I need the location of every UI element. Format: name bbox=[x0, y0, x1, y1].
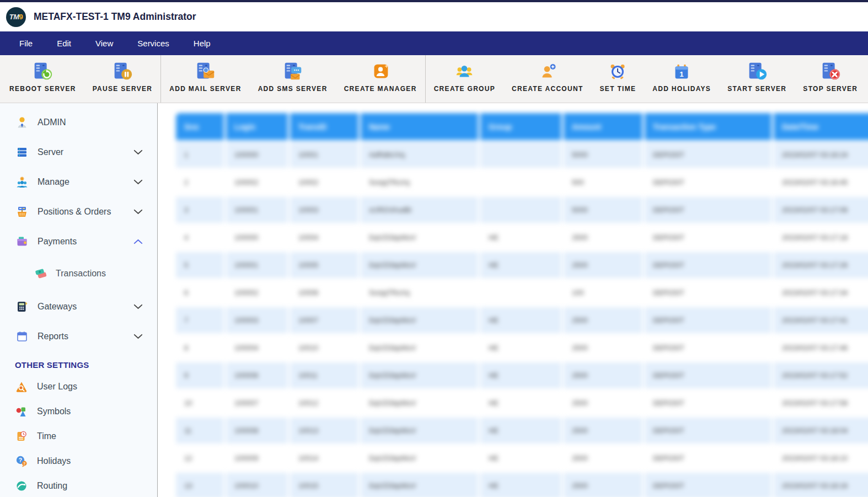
menubar: FileEditViewServicesHelp bbox=[0, 31, 868, 55]
sidebar-item-routing[interactable]: Routing bbox=[0, 473, 157, 497]
sidebar-item-admin[interactable]: ADMIN bbox=[0, 108, 157, 137]
table-row[interactable]: 910000610011DqVZGbpWuVHE2500DEPOSIT2023/… bbox=[176, 362, 868, 388]
symbols-icon bbox=[15, 405, 28, 418]
table-row[interactable]: 610000210006SonjqTRuVq100DEPOSIT2023/02/… bbox=[176, 280, 868, 306]
table-row[interactable]: 510000110005DqVZGbpWuVHE2500DEPOSIT2023/… bbox=[176, 252, 868, 278]
table-row[interactable]: 110000010001AdRdbUVq5000DEPOSIT2023/02/0… bbox=[176, 142, 868, 168]
app-title: METAFX-TEST-1 TM9 Administrator bbox=[34, 11, 196, 23]
create-group-button[interactable]: CREATE GROUP bbox=[426, 55, 503, 103]
toolbar-label: CREATE ACCOUNT bbox=[512, 85, 583, 93]
chevron-down-icon bbox=[133, 179, 143, 185]
table-cell: DqVZGbpWuV bbox=[361, 390, 478, 416]
table-cell: HE bbox=[480, 307, 561, 333]
table-cell: 2023/02/07 03:17:41 bbox=[774, 307, 868, 333]
add-sms-server-button[interactable]: ADD SMS SERVER bbox=[250, 55, 336, 103]
table-row[interactable]: 210000210002SonjqTRuVq500DEPOSIT2023/02/… bbox=[176, 169, 868, 195]
table-row[interactable]: 710000310007DqVZGbpWuVHE2500DEPOSIT2023/… bbox=[176, 307, 868, 333]
table-cell: HE bbox=[480, 252, 561, 278]
column-header-amount[interactable]: Amount bbox=[564, 113, 642, 140]
create-account-icon bbox=[536, 60, 559, 83]
add-sms-server-icon bbox=[281, 60, 304, 83]
table-cell bbox=[480, 280, 561, 306]
toolbar-label: ADD HOLIDAYS bbox=[652, 85, 711, 93]
sidebar-item-positions-orders[interactable]: Positions & Orders bbox=[0, 197, 157, 227]
table-cell: 2500 bbox=[564, 307, 642, 333]
table-cell: 4 bbox=[176, 225, 224, 250]
table-cell: 2500 bbox=[564, 362, 642, 388]
sidebar-item-holidays[interactable]: ??Holidays bbox=[0, 448, 157, 473]
table-cell: 10013 bbox=[290, 418, 358, 443]
reboot-server-button[interactable]: REBOOT SERVER bbox=[1, 55, 84, 103]
chevron-down-icon bbox=[133, 334, 143, 339]
sidebar-item-symbols[interactable]: Symbols bbox=[0, 399, 157, 424]
column-header-name[interactable]: Name bbox=[361, 113, 478, 140]
table-cell: DqVZGbpWuV bbox=[361, 445, 478, 471]
pause-server-button[interactable]: PAUSE SERVER bbox=[84, 55, 161, 103]
table-cell bbox=[480, 197, 561, 223]
table-cell: 7 bbox=[176, 307, 224, 333]
sidebar-item-manage[interactable]: Manage bbox=[0, 167, 157, 197]
column-header-login[interactable]: Login bbox=[226, 113, 288, 140]
menu-view[interactable]: View bbox=[83, 31, 125, 55]
table-row[interactable]: 810000410010DqVZGbpWuVHE2500DEPOSIT2023/… bbox=[176, 335, 868, 361]
column-header-sno[interactable]: Sno bbox=[176, 113, 224, 140]
svg-text:?: ? bbox=[19, 456, 22, 463]
table-cell: 100002 bbox=[226, 169, 288, 195]
sidebar-item-time[interactable]: Time bbox=[0, 424, 157, 448]
menu-services[interactable]: Services bbox=[125, 31, 181, 55]
table-cell: 10006 bbox=[290, 280, 358, 306]
create-manager-button[interactable]: CREATE MANAGER bbox=[336, 55, 425, 103]
table-cell: 12 bbox=[176, 445, 224, 471]
app-logo: TM9 bbox=[6, 7, 26, 27]
table-row[interactable]: 1310001010015DqVZGbpWuVHE2500DEPOSIT2023… bbox=[176, 473, 868, 497]
table-cell: 2023/02/07 03:18:04 bbox=[774, 418, 868, 443]
table-cell: DqVZGbpWuV bbox=[361, 225, 478, 250]
table-cell: DqVZGbpWuV bbox=[361, 473, 478, 497]
table-cell: 2023/02/07 03:17:34 bbox=[774, 280, 868, 306]
column-header-group[interactable]: Group bbox=[480, 113, 561, 140]
table-cell: DEPOSIT bbox=[645, 252, 771, 278]
start-server-button[interactable]: START SERVER bbox=[719, 55, 795, 103]
admin-icon bbox=[15, 116, 29, 129]
transactions-table-container: SnoLoginTransIDNameGroupAmountTransactio… bbox=[176, 111, 868, 497]
table-row[interactable]: 310000110003xURGVAsdBi5000DEPOSIT2023/02… bbox=[176, 197, 868, 223]
table-cell: 8 bbox=[176, 335, 224, 361]
menu-edit[interactable]: Edit bbox=[45, 31, 83, 55]
sidebar-item-reports[interactable]: Reports bbox=[0, 322, 157, 351]
menu-help[interactable]: Help bbox=[181, 31, 223, 55]
table-row[interactable]: 1210000910014DqVZGbpWuVHE2500DEPOSIT2023… bbox=[176, 445, 868, 471]
add-holidays-button[interactable]: 1ADD HOLIDAYS bbox=[644, 55, 719, 103]
table-row[interactable]: 1110000810013DqVZGbpWuVHE2500DEPOSIT2023… bbox=[176, 418, 868, 443]
column-header-transid[interactable]: TransID bbox=[290, 113, 358, 140]
set-time-button[interactable]: SET TIME bbox=[592, 55, 645, 103]
sidebar-item-server[interactable]: Server bbox=[0, 137, 157, 167]
sidebar-item-user-logs[interactable]: User Logs bbox=[0, 374, 157, 399]
holidays-icon: ?? bbox=[15, 455, 28, 467]
sidebar: ADMINServerManagePositions & OrdersPayme… bbox=[0, 103, 158, 497]
sidebar-item-label: Transactions bbox=[56, 269, 143, 279]
create-account-button[interactable]: CREATE ACCOUNT bbox=[503, 55, 592, 103]
add-mail-server-button[interactable]: ADD MAIL SERVER bbox=[161, 55, 249, 103]
table-cell: DEPOSIT bbox=[645, 390, 771, 416]
table-row[interactable]: 1010000710012DqVZGbpWuVHE2500DEPOSIT2023… bbox=[176, 390, 868, 416]
table-cell: SonjqTRuVq bbox=[361, 169, 478, 195]
sidebar-item-payments[interactable]: Payments bbox=[0, 227, 157, 256]
routing-icon bbox=[15, 480, 28, 492]
menu-file[interactable]: File bbox=[7, 31, 45, 55]
table-row[interactable]: 410000010004DqVZGbpWuVHE2500DEPOSIT2023/… bbox=[176, 225, 868, 250]
table-cell: 2023/02/07 03:16:45 bbox=[774, 169, 868, 195]
table-cell: 5000 bbox=[564, 197, 642, 223]
table-cell: HE bbox=[480, 335, 561, 361]
sidebar-item-transactions[interactable]: Transactions bbox=[0, 260, 157, 287]
sidebar-item-label: Holidays bbox=[37, 456, 143, 466]
table-cell: 10014 bbox=[290, 445, 358, 471]
table-cell: 100 bbox=[564, 280, 642, 306]
sidebar-item-gateways[interactable]: Gateways bbox=[0, 292, 157, 322]
column-header-transaction-type[interactable]: Transaction Type bbox=[645, 113, 771, 140]
stop-server-button[interactable]: STOP SERVER bbox=[795, 55, 866, 103]
toolbar-label: CREATE MANAGER bbox=[344, 85, 417, 93]
toolbar-label: ADD SMS SERVER bbox=[258, 85, 328, 93]
table-cell: 100003 bbox=[226, 307, 288, 333]
column-header-date-time[interactable]: Date/Time bbox=[774, 113, 868, 140]
chevron-down-icon bbox=[133, 304, 143, 309]
